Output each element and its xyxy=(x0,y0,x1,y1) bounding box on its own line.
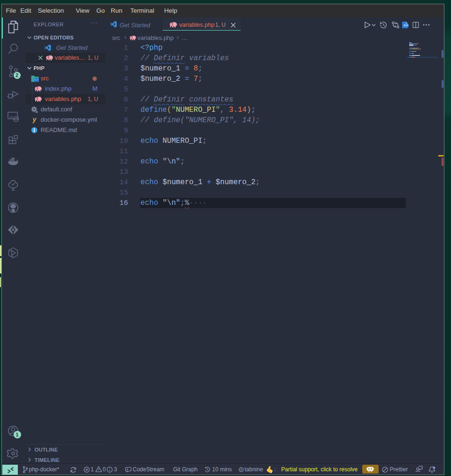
svg-text:PHP: PHP xyxy=(404,24,408,27)
